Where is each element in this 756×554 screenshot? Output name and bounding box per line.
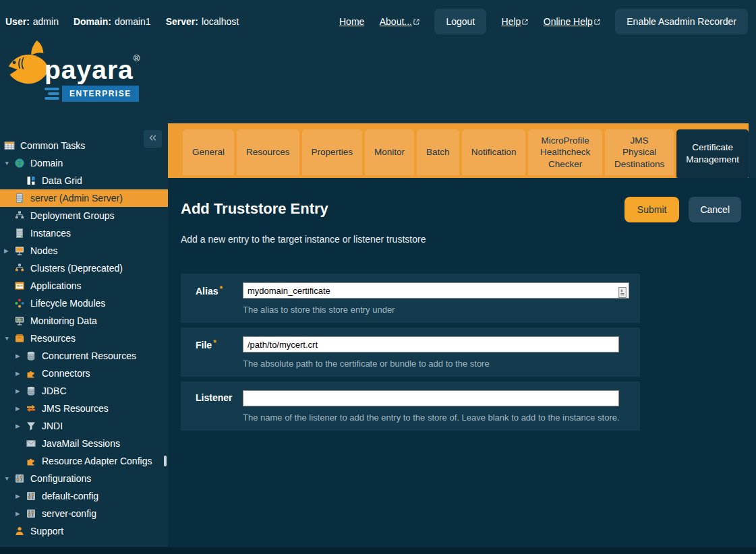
sidebar-item-label: Nodes	[30, 245, 57, 256]
alias-input-wrapper	[243, 284, 629, 296]
sidebar-item-default-config[interactable]: ▶ default-config	[0, 487, 168, 505]
help-link-group[interactable]: Help	[502, 16, 529, 28]
sidebar-item-concurrent-resources[interactable]: ▶ Concurrent Resources	[0, 347, 168, 365]
applications-icon	[14, 280, 25, 291]
tree-expander-icon[interactable]: ▶	[16, 352, 26, 359]
online-help-link[interactable]: Online Help	[544, 16, 593, 27]
file-field-cell: The absolute path to the certificate or …	[243, 336, 629, 369]
tab-notification[interactable]: Notification	[462, 129, 526, 175]
tree-expander-icon[interactable]: ▼	[4, 160, 14, 166]
globe-icon	[14, 158, 25, 168]
sidebar-item-javamail-sessions[interactable]: JavaMail Sessions	[0, 435, 168, 452]
about-link[interactable]: About...	[380, 16, 412, 27]
edition-label: ENTERPRISE	[62, 86, 139, 102]
sidebar-item-label: JavaMail Sessions	[42, 438, 120, 449]
file-field-row: File* The absolute path to the certifica…	[181, 328, 640, 377]
sidebar-item-label: server (Admin Server)	[30, 193, 123, 204]
sidebar-item-label: Connectors	[42, 368, 90, 379]
brand-name: payara®	[45, 53, 140, 85]
tree-expander-icon[interactable]: ▶	[16, 370, 26, 377]
sidebar-item-label: Configurations	[30, 473, 91, 484]
sidebar-item-resource-adapter-configs[interactable]: Resource Adapter Configs	[0, 452, 168, 470]
sidebar-item-label: JDBC	[42, 386, 67, 396]
database-icon	[26, 386, 36, 396]
tree-expander-icon[interactable]: ▶	[16, 510, 26, 517]
sidebar-item-server-admin-server[interactable]: server (Admin Server)	[0, 189, 168, 207]
tab-label: Certificate Management	[686, 142, 739, 165]
listener-input[interactable]	[243, 390, 619, 406]
listener-label: Listener	[196, 390, 243, 423]
sidebar-item-server-config[interactable]: ▶ server-config	[0, 505, 168, 522]
header: User:admin Domain:domain1 Server:localho…	[0, 0, 756, 123]
file-input[interactable]	[243, 336, 619, 352]
resources-icon	[14, 333, 25, 344]
online-help-link-group[interactable]: Online Help	[544, 16, 600, 28]
sidebar-item-support[interactable]: Support	[0, 522, 168, 540]
enable-asadmin-recorder-button[interactable]: Enable Asadmin Recorder	[615, 9, 748, 34]
form-actions: Submit Cancel	[624, 197, 741, 222]
tree-expander-icon[interactable]: ▶	[16, 388, 26, 394]
submit-button[interactable]: Submit	[624, 197, 680, 222]
tree-expander-icon[interactable]: ▼	[4, 475, 14, 482]
tab-general[interactable]: General	[183, 129, 234, 175]
user-label: User:	[5, 16, 30, 27]
server-info: Server:localhost	[166, 16, 239, 27]
tab-certificate-management[interactable]: Certificate Management	[676, 129, 749, 178]
sidebar-item-deployment-groups[interactable]: Deployment Groups	[0, 207, 168, 224]
header-nav: Home About... Logout Help Online Help En…	[339, 0, 748, 43]
sidebar-item-domain[interactable]: ▼ Domain	[0, 154, 168, 172]
deployment-groups-icon	[14, 210, 25, 221]
alias-field-cell: The alias to store this store entry unde…	[243, 282, 629, 315]
external-link-icon	[522, 16, 528, 27]
tab-jms-physical-destinations[interactable]: JMS Physical Destinations	[605, 129, 674, 175]
sidebar-tree: Common Tasks ▼ Domain Data Grid server (…	[0, 123, 168, 547]
sidebar-item-label: Instances	[30, 228, 71, 239]
listener-field-cell: The name of the listener to add the entr…	[243, 390, 629, 423]
tab-properties[interactable]: Properties	[302, 129, 363, 175]
alias-input[interactable]	[243, 282, 629, 299]
tree-expander-icon[interactable]: ▶	[16, 405, 26, 412]
cancel-button[interactable]: Cancel	[689, 197, 741, 222]
table-icon	[4, 140, 15, 151]
sidebar-item-applications[interactable]: Applications	[0, 277, 168, 295]
tab-label: MicroProfile Healthcheck Checker	[537, 135, 592, 171]
sidebar-item-configurations[interactable]: ▼ Configurations	[0, 470, 168, 487]
sidebar-item-jndi[interactable]: ▶ JNDI	[0, 417, 168, 435]
sidebar-item-data-grid[interactable]: Data Grid	[0, 172, 168, 189]
tab-microprofile-healthcheck-checker[interactable]: MicroProfile Healthcheck Checker	[528, 129, 602, 175]
lifecycle-icon	[14, 298, 25, 309]
sidebar-item-clusters-deprecated[interactable]: Clusters (Deprecated)	[0, 259, 168, 277]
tab-label: Resources	[246, 146, 290, 158]
tab-label: Properties	[312, 146, 353, 158]
tab-resources[interactable]: Resources	[237, 129, 299, 175]
sidebar-item-lifecycle-modules[interactable]: Lifecycle Modules	[0, 295, 168, 312]
sidebar-scrollbar-thumb[interactable]	[164, 456, 167, 466]
tree-expander-icon[interactable]: ▼	[4, 335, 14, 342]
sidebar-item-instances[interactable]: Instances	[0, 224, 168, 242]
jms-arrows-icon	[26, 403, 36, 414]
tab-monitor[interactable]: Monitor	[365, 129, 414, 175]
sidebar-item-nodes[interactable]: ▶ Nodes	[0, 242, 168, 259]
sidebar-item-resources[interactable]: ▼ Resources	[0, 330, 168, 347]
home-link[interactable]: Home	[339, 16, 364, 27]
registered-mark: ®	[134, 53, 141, 63]
sidebar-collapse-button[interactable]	[144, 130, 162, 148]
sidebar-item-monitoring-data[interactable]: Monitoring Data	[0, 312, 168, 330]
field-helper-icon[interactable]	[618, 287, 627, 298]
database-icon	[26, 350, 36, 361]
badge-speed-lines	[45, 88, 59, 100]
external-link-icon	[413, 16, 419, 27]
sidebar-item-jdbc[interactable]: ▶ JDBC	[0, 382, 168, 400]
funnel-icon	[26, 421, 36, 431]
sidebar-item-jms-resources[interactable]: ▶ JMS Resources	[0, 400, 168, 417]
sidebar-item-label: Clusters (Deprecated)	[30, 263, 123, 274]
tree-expander-icon[interactable]: ▶	[16, 493, 26, 499]
logout-button[interactable]: Logout	[434, 9, 486, 34]
help-link[interactable]: Help	[502, 16, 521, 27]
sidebar-item-connectors[interactable]: ▶ Connectors	[0, 365, 168, 382]
about-link-group[interactable]: About...	[380, 16, 419, 28]
tab-batch[interactable]: Batch	[417, 129, 459, 175]
sidebar-item-common-tasks[interactable]: Common Tasks	[0, 137, 168, 154]
tree-expander-icon[interactable]: ▶	[16, 423, 26, 429]
tree-expander-icon[interactable]: ▶	[4, 247, 14, 254]
